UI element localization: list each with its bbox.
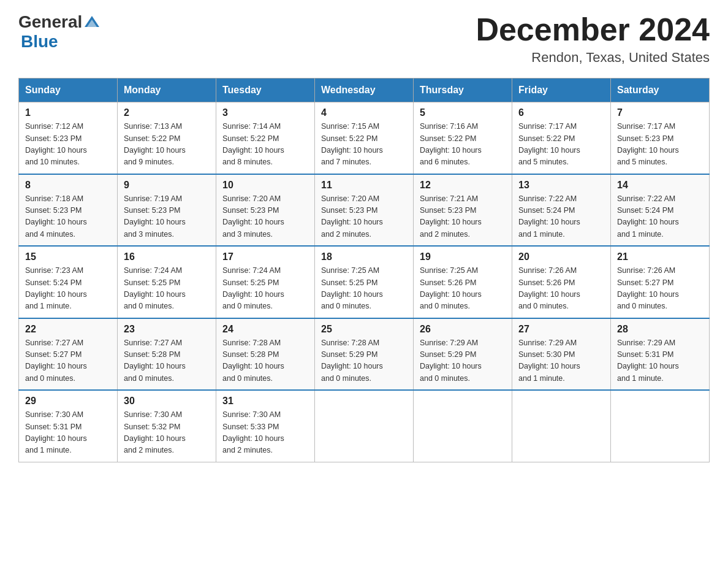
- calendar-cell: 19Sunrise: 7:25 AMSunset: 5:26 PMDayligh…: [414, 246, 512, 318]
- day-number: 22: [25, 324, 111, 335]
- day-info: Sunrise: 7:22 AMSunset: 5:24 PMDaylight:…: [518, 193, 604, 241]
- calendar-cell: 13Sunrise: 7:22 AMSunset: 5:24 PMDayligh…: [512, 174, 611, 247]
- calendar-cell: 29Sunrise: 7:30 AMSunset: 5:31 PMDayligh…: [19, 390, 118, 462]
- day-info: Sunrise: 7:23 AMSunset: 5:24 PMDaylight:…: [25, 265, 111, 313]
- day-info: Sunrise: 7:18 AMSunset: 5:23 PMDaylight:…: [25, 193, 111, 241]
- calendar-cell: 16Sunrise: 7:24 AMSunset: 5:25 PMDayligh…: [118, 246, 216, 318]
- day-number: 6: [518, 107, 604, 118]
- day-info: Sunrise: 7:21 AMSunset: 5:23 PMDaylight:…: [420, 193, 506, 241]
- calendar-cell: [512, 390, 611, 462]
- weekday-header-friday: Friday: [512, 79, 611, 102]
- day-info: Sunrise: 7:30 AMSunset: 5:31 PMDaylight:…: [25, 409, 111, 457]
- calendar-cell: 20Sunrise: 7:26 AMSunset: 5:26 PMDayligh…: [512, 246, 611, 318]
- title-section: December 2024 Rendon, Texas, United Stat…: [476, 12, 710, 66]
- day-number: 31: [222, 396, 308, 407]
- day-number: 28: [617, 324, 703, 335]
- day-number: 9: [124, 180, 210, 191]
- day-info: Sunrise: 7:26 AMSunset: 5:26 PMDaylight:…: [518, 265, 604, 313]
- day-info: Sunrise: 7:14 AMSunset: 5:22 PMDaylight:…: [222, 121, 308, 169]
- day-info: Sunrise: 7:12 AMSunset: 5:23 PMDaylight:…: [25, 121, 111, 169]
- day-info: Sunrise: 7:27 AMSunset: 5:27 PMDaylight:…: [25, 337, 111, 385]
- logo: General Blue: [18, 12, 100, 52]
- calendar-cell: 23Sunrise: 7:27 AMSunset: 5:28 PMDayligh…: [118, 318, 216, 391]
- calendar-cell: 2Sunrise: 7:13 AMSunset: 5:22 PMDaylight…: [118, 102, 216, 174]
- location-title: Rendon, Texas, United States: [476, 50, 710, 66]
- calendar-header-row: SundayMondayTuesdayWednesdayThursdayFrid…: [19, 79, 710, 102]
- day-number: 20: [518, 251, 604, 262]
- day-number: 7: [617, 107, 703, 118]
- day-number: 14: [617, 180, 703, 191]
- day-info: Sunrise: 7:30 AMSunset: 5:32 PMDaylight:…: [124, 409, 210, 457]
- day-number: 2: [124, 107, 210, 118]
- day-number: 19: [420, 251, 506, 262]
- day-number: 10: [222, 180, 308, 191]
- calendar-cell: 28Sunrise: 7:29 AMSunset: 5:31 PMDayligh…: [611, 318, 710, 391]
- calendar-cell: 1Sunrise: 7:12 AMSunset: 5:23 PMDaylight…: [19, 102, 118, 174]
- calendar-cell: 24Sunrise: 7:28 AMSunset: 5:28 PMDayligh…: [216, 318, 315, 391]
- calendar-cell: 31Sunrise: 7:30 AMSunset: 5:33 PMDayligh…: [216, 390, 315, 462]
- day-info: Sunrise: 7:30 AMSunset: 5:33 PMDaylight:…: [222, 409, 308, 457]
- day-info: Sunrise: 7:24 AMSunset: 5:25 PMDaylight:…: [222, 265, 308, 313]
- day-info: Sunrise: 7:29 AMSunset: 5:31 PMDaylight:…: [617, 337, 703, 385]
- calendar-row: 8Sunrise: 7:18 AMSunset: 5:23 PMDaylight…: [19, 174, 710, 247]
- day-number: 4: [321, 107, 407, 118]
- calendar-row: 29Sunrise: 7:30 AMSunset: 5:31 PMDayligh…: [19, 390, 710, 462]
- calendar-cell: 11Sunrise: 7:20 AMSunset: 5:23 PMDayligh…: [315, 174, 414, 247]
- logo-general-text: General: [18, 12, 82, 32]
- day-number: 18: [321, 251, 407, 262]
- day-info: Sunrise: 7:16 AMSunset: 5:22 PMDaylight:…: [420, 121, 506, 169]
- day-info: Sunrise: 7:17 AMSunset: 5:22 PMDaylight:…: [518, 121, 604, 169]
- calendar-cell: 6Sunrise: 7:17 AMSunset: 5:22 PMDaylight…: [512, 102, 611, 174]
- day-number: 23: [124, 324, 210, 335]
- day-number: 13: [518, 180, 604, 191]
- weekday-header-saturday: Saturday: [611, 79, 710, 102]
- day-info: Sunrise: 7:17 AMSunset: 5:23 PMDaylight:…: [617, 121, 703, 169]
- logo-blue-text: Blue: [21, 32, 58, 51]
- calendar-cell: 27Sunrise: 7:29 AMSunset: 5:30 PMDayligh…: [512, 318, 611, 391]
- day-number: 1: [25, 107, 111, 118]
- calendar-cell: 25Sunrise: 7:28 AMSunset: 5:29 PMDayligh…: [315, 318, 414, 391]
- day-number: 15: [25, 251, 111, 262]
- calendar-row: 22Sunrise: 7:27 AMSunset: 5:27 PMDayligh…: [19, 318, 710, 391]
- calendar-cell: 10Sunrise: 7:20 AMSunset: 5:23 PMDayligh…: [216, 174, 315, 247]
- calendar-cell: 21Sunrise: 7:26 AMSunset: 5:27 PMDayligh…: [611, 246, 710, 318]
- month-title: December 2024: [476, 12, 710, 47]
- day-number: 8: [25, 180, 111, 191]
- calendar-table: SundayMondayTuesdayWednesdayThursdayFrid…: [18, 78, 710, 462]
- calendar-cell: 15Sunrise: 7:23 AMSunset: 5:24 PMDayligh…: [19, 246, 118, 318]
- day-number: 16: [124, 251, 210, 262]
- day-info: Sunrise: 7:20 AMSunset: 5:23 PMDaylight:…: [222, 193, 308, 241]
- calendar-cell: 12Sunrise: 7:21 AMSunset: 5:23 PMDayligh…: [414, 174, 512, 247]
- weekday-header-thursday: Thursday: [414, 79, 512, 102]
- day-info: Sunrise: 7:22 AMSunset: 5:24 PMDaylight:…: [617, 193, 703, 241]
- day-number: 26: [420, 324, 506, 335]
- day-number: 27: [518, 324, 604, 335]
- day-number: 29: [25, 396, 111, 407]
- day-info: Sunrise: 7:25 AMSunset: 5:26 PMDaylight:…: [420, 265, 506, 313]
- logo-triangle-icon: [83, 13, 100, 31]
- day-number: 17: [222, 251, 308, 262]
- calendar-cell: 14Sunrise: 7:22 AMSunset: 5:24 PMDayligh…: [611, 174, 710, 247]
- weekday-header-monday: Monday: [118, 79, 216, 102]
- calendar-row: 1Sunrise: 7:12 AMSunset: 5:23 PMDaylight…: [19, 102, 710, 174]
- weekday-header-wednesday: Wednesday: [315, 79, 414, 102]
- calendar-cell: 7Sunrise: 7:17 AMSunset: 5:23 PMDaylight…: [611, 102, 710, 174]
- day-number: 3: [222, 107, 308, 118]
- day-info: Sunrise: 7:19 AMSunset: 5:23 PMDaylight:…: [124, 193, 210, 241]
- day-number: 21: [617, 251, 703, 262]
- calendar-row: 15Sunrise: 7:23 AMSunset: 5:24 PMDayligh…: [19, 246, 710, 318]
- calendar-cell: 22Sunrise: 7:27 AMSunset: 5:27 PMDayligh…: [19, 318, 118, 391]
- day-info: Sunrise: 7:24 AMSunset: 5:25 PMDaylight:…: [124, 265, 210, 313]
- day-number: 25: [321, 324, 407, 335]
- day-info: Sunrise: 7:25 AMSunset: 5:25 PMDaylight:…: [321, 265, 407, 313]
- day-info: Sunrise: 7:20 AMSunset: 5:23 PMDaylight:…: [321, 193, 407, 241]
- calendar-cell: [315, 390, 414, 462]
- day-info: Sunrise: 7:29 AMSunset: 5:30 PMDaylight:…: [518, 337, 604, 385]
- calendar-cell: 18Sunrise: 7:25 AMSunset: 5:25 PMDayligh…: [315, 246, 414, 318]
- day-info: Sunrise: 7:26 AMSunset: 5:27 PMDaylight:…: [617, 265, 703, 313]
- calendar-cell: 9Sunrise: 7:19 AMSunset: 5:23 PMDaylight…: [118, 174, 216, 247]
- calendar-cell: 26Sunrise: 7:29 AMSunset: 5:29 PMDayligh…: [414, 318, 512, 391]
- day-number: 11: [321, 180, 407, 191]
- day-number: 24: [222, 324, 308, 335]
- calendar-cell: [611, 390, 710, 462]
